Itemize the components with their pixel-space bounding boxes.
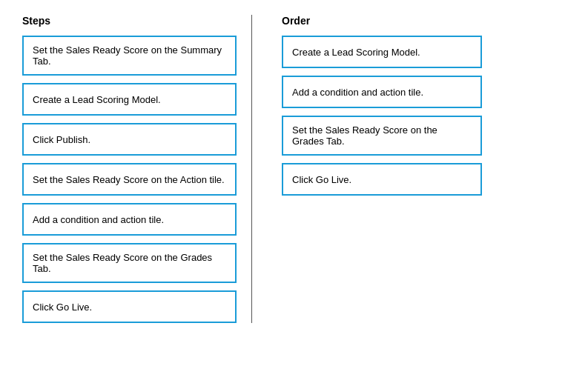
- step-item-6[interactable]: Set the Sales Ready Score on the Grades …: [22, 243, 237, 283]
- order-list: Create a Lead Scoring Model.Add a condit…: [282, 36, 482, 196]
- order-header: Order: [282, 15, 482, 27]
- step-item-3[interactable]: Click Publish.: [22, 123, 237, 156]
- order-item-3[interactable]: Set the Sales Ready Score on the Grades …: [282, 116, 482, 156]
- order-item-2[interactable]: Add a condition and action tile.: [282, 76, 482, 108]
- order-column: Order Create a Lead Scoring Model.Add a …: [252, 15, 482, 323]
- steps-header: Steps: [22, 15, 237, 27]
- step-item-2[interactable]: Create a Lead Scoring Model.: [22, 83, 237, 116]
- order-item-4[interactable]: Click Go Live.: [282, 163, 482, 196]
- main-container: Steps Set the Sales Ready Score on the S…: [0, 0, 588, 338]
- steps-column: Steps Set the Sales Ready Score on the S…: [22, 15, 252, 323]
- step-item-7[interactable]: Click Go Live.: [22, 290, 237, 323]
- step-item-4[interactable]: Set the Sales Ready Score on the Action …: [22, 163, 237, 196]
- steps-list: Set the Sales Ready Score on the Summary…: [22, 36, 237, 323]
- order-item-1[interactable]: Create a Lead Scoring Model.: [282, 36, 482, 68]
- step-item-5[interactable]: Add a condition and action tile.: [22, 203, 237, 236]
- step-item-1[interactable]: Set the Sales Ready Score on the Summary…: [22, 36, 237, 76]
